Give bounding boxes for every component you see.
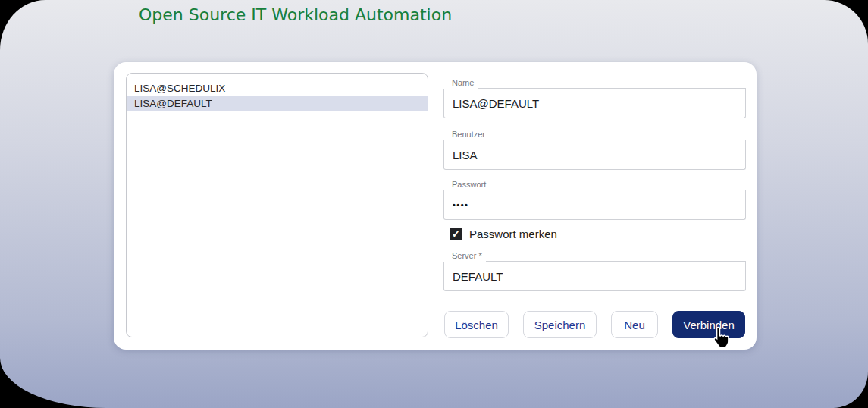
server-input[interactable]: DEFAULT	[443, 262, 746, 291]
page-title: Open Source IT Workload Automation	[139, 5, 452, 24]
app-window: Open Source IT Workload Automation LISA@…	[0, 0, 868, 408]
server-label: Server *	[443, 250, 486, 262]
server-field-border	[486, 250, 746, 262]
remember-password-label: Passwort merken	[469, 228, 557, 240]
login-card: LISA@SCHEDULIX LISA@DEFAULT Name LISA@DE…	[114, 62, 757, 350]
remember-password-row: ✓ Passwort merken	[450, 228, 557, 240]
delete-button[interactable]: Löschen	[444, 311, 509, 338]
password-label: Passwort	[443, 178, 490, 190]
password-field-head: Passwort	[443, 178, 746, 190]
name-input[interactable]: LISA@DEFAULT	[443, 89, 746, 118]
password-field: Passwort ••••	[443, 178, 746, 220]
password-field-border	[490, 178, 746, 190]
connection-listbox[interactable]: LISA@SCHEDULIX LISA@DEFAULT	[126, 73, 428, 337]
user-field-head: Benutzer	[443, 128, 746, 140]
new-button[interactable]: Neu	[611, 311, 658, 338]
remember-password-checkbox[interactable]: ✓	[450, 228, 462, 240]
user-field-border	[489, 128, 746, 140]
connection-list: LISA@SCHEDULIX LISA@DEFAULT	[127, 74, 428, 111]
user-field: Benutzer LISA	[443, 128, 746, 170]
password-input[interactable]: ••••	[443, 190, 746, 220]
server-field: Server * DEFAULT	[443, 250, 746, 291]
list-item-lisa-default[interactable]: LISA@DEFAULT	[127, 96, 428, 111]
list-item-lisa-schedulix[interactable]: LISA@SCHEDULIX	[127, 81, 428, 96]
name-field-head: Name	[443, 77, 746, 89]
user-input[interactable]: LISA	[443, 140, 746, 170]
connect-button[interactable]: Verbinden	[672, 311, 745, 338]
name-label: Name	[443, 77, 478, 89]
save-button[interactable]: Speichern	[523, 311, 597, 338]
server-field-head: Server *	[443, 250, 746, 262]
user-label: Benutzer	[443, 128, 489, 140]
name-field: Name LISA@DEFAULT	[443, 77, 746, 118]
name-field-border	[478, 77, 746, 89]
